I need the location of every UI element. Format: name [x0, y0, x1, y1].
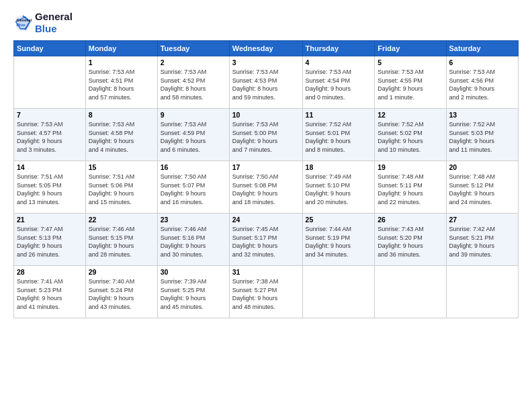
day-number: 11 [306, 111, 372, 119]
day-cell: 23Sunrise: 7:46 AM Sunset: 5:16 PM Dayli… [157, 214, 229, 266]
day-info: Sunrise: 7:53 AM Sunset: 4:59 PM Dayligh… [161, 120, 226, 154]
day-number: 5 [378, 58, 443, 66]
day-number: 2 [161, 58, 226, 66]
day-number: 20 [449, 163, 515, 171]
day-info: Sunrise: 7:50 AM Sunset: 5:08 PM Dayligh… [232, 173, 300, 206]
day-number: 16 [161, 163, 226, 171]
day-number: 12 [378, 111, 443, 119]
day-info: Sunrise: 7:41 AM Sunset: 5:23 PM Dayligh… [17, 277, 83, 311]
day-cell: 12Sunrise: 7:52 AM Sunset: 5:02 PM Dayli… [375, 109, 446, 161]
day-info: Sunrise: 7:53 AM Sunset: 5:00 PM Dayligh… [232, 120, 300, 154]
day-info: Sunrise: 7:49 AM Sunset: 5:10 PM Dayligh… [306, 173, 372, 206]
col-header-monday: Monday [85, 41, 157, 56]
day-cell: 2Sunrise: 7:53 AM Sunset: 4:52 PM Daylig… [157, 56, 229, 109]
col-header-thursday: Thursday [302, 41, 375, 56]
day-number: 31 [232, 268, 300, 276]
day-number: 23 [161, 216, 226, 224]
day-cell [375, 266, 446, 318]
day-cell: 26Sunrise: 7:43 AM Sunset: 5:20 PM Dayli… [375, 214, 446, 266]
day-cell: 24Sunrise: 7:45 AM Sunset: 5:17 PM Dayli… [229, 214, 302, 266]
day-number: 17 [232, 163, 300, 171]
day-cell: 9Sunrise: 7:53 AM Sunset: 4:59 PM Daylig… [157, 109, 229, 161]
day-info: Sunrise: 7:52 AM Sunset: 5:01 PM Dayligh… [306, 120, 372, 154]
day-number: 24 [232, 216, 300, 224]
day-info: Sunrise: 7:53 AM Sunset: 4:52 PM Dayligh… [161, 68, 226, 101]
day-info: Sunrise: 7:51 AM Sunset: 5:05 PM Dayligh… [17, 173, 83, 206]
day-cell: 27Sunrise: 7:42 AM Sunset: 5:21 PM Dayli… [446, 214, 518, 266]
day-info: Sunrise: 7:48 AM Sunset: 5:11 PM Dayligh… [378, 173, 443, 206]
day-info: Sunrise: 7:45 AM Sunset: 5:17 PM Dayligh… [232, 225, 300, 259]
day-info: Sunrise: 7:44 AM Sunset: 5:19 PM Dayligh… [306, 225, 372, 259]
day-cell: 28Sunrise: 7:41 AM Sunset: 5:23 PM Dayli… [14, 266, 86, 318]
day-number: 10 [232, 111, 300, 119]
col-header-tuesday: Tuesday [157, 41, 229, 56]
day-cell: 22Sunrise: 7:46 AM Sunset: 5:15 PM Dayli… [85, 214, 157, 266]
day-number: 1 [89, 58, 154, 66]
logo-icon: General Blue [13, 13, 32, 32]
day-cell: 19Sunrise: 7:48 AM Sunset: 5:11 PM Dayli… [375, 161, 446, 214]
week-row-3: 14Sunrise: 7:51 AM Sunset: 5:05 PM Dayli… [14, 161, 519, 214]
header: General Blue General Blue [13, 11, 519, 35]
day-info: Sunrise: 7:53 AM Sunset: 4:53 PM Dayligh… [232, 68, 300, 101]
day-cell: 8Sunrise: 7:53 AM Sunset: 4:58 PM Daylig… [85, 109, 157, 161]
day-info: Sunrise: 7:48 AM Sunset: 5:12 PM Dayligh… [449, 173, 515, 206]
svg-text:General: General [16, 17, 32, 22]
day-info: Sunrise: 7:50 AM Sunset: 5:07 PM Dayligh… [161, 173, 226, 206]
day-number: 14 [17, 163, 83, 171]
day-number: 13 [449, 111, 515, 119]
col-header-saturday: Saturday [446, 41, 518, 56]
day-info: Sunrise: 7:53 AM Sunset: 4:54 PM Dayligh… [306, 68, 372, 101]
day-cell: 7Sunrise: 7:53 AM Sunset: 4:57 PM Daylig… [14, 109, 86, 161]
day-info: Sunrise: 7:46 AM Sunset: 5:15 PM Dayligh… [89, 225, 154, 259]
day-cell: 3Sunrise: 7:53 AM Sunset: 4:53 PM Daylig… [229, 56, 302, 109]
day-cell [446, 266, 518, 318]
logo-text-general: General [35, 11, 73, 23]
day-cell: 6Sunrise: 7:53 AM Sunset: 4:56 PM Daylig… [446, 56, 518, 109]
col-header-sunday: Sunday [14, 41, 86, 56]
day-cell: 13Sunrise: 7:52 AM Sunset: 5:03 PM Dayli… [446, 109, 518, 161]
day-number: 28 [17, 268, 83, 276]
page: General Blue General Blue SundayMondayTu… [0, 0, 532, 411]
day-number: 15 [89, 163, 154, 171]
week-row-5: 28Sunrise: 7:41 AM Sunset: 5:23 PM Dayli… [14, 266, 519, 318]
day-info: Sunrise: 7:42 AM Sunset: 5:21 PM Dayligh… [449, 225, 515, 259]
day-info: Sunrise: 7:39 AM Sunset: 5:25 PM Dayligh… [161, 277, 226, 311]
logo: General Blue General Blue [13, 11, 73, 35]
day-cell: 14Sunrise: 7:51 AM Sunset: 5:05 PM Dayli… [14, 161, 86, 214]
day-number: 29 [89, 268, 154, 276]
day-info: Sunrise: 7:53 AM Sunset: 4:57 PM Dayligh… [17, 120, 83, 154]
week-row-2: 7Sunrise: 7:53 AM Sunset: 4:57 PM Daylig… [14, 109, 519, 161]
day-info: Sunrise: 7:51 AM Sunset: 5:06 PM Dayligh… [89, 173, 154, 206]
header-row: SundayMondayTuesdayWednesdayThursdayFrid… [14, 41, 519, 56]
day-info: Sunrise: 7:43 AM Sunset: 5:20 PM Dayligh… [378, 225, 443, 259]
day-info: Sunrise: 7:53 AM Sunset: 4:55 PM Dayligh… [378, 68, 443, 101]
day-info: Sunrise: 7:53 AM Sunset: 4:58 PM Dayligh… [89, 120, 154, 154]
svg-text:Blue: Blue [16, 22, 26, 27]
day-number: 27 [449, 216, 515, 224]
day-cell: 10Sunrise: 7:53 AM Sunset: 5:00 PM Dayli… [229, 109, 302, 161]
day-number: 3 [232, 58, 300, 66]
day-number: 19 [378, 163, 443, 171]
week-row-1: 1Sunrise: 7:53 AM Sunset: 4:51 PM Daylig… [14, 56, 519, 109]
day-number: 9 [161, 111, 226, 119]
day-info: Sunrise: 7:38 AM Sunset: 5:27 PM Dayligh… [232, 277, 300, 311]
day-cell: 20Sunrise: 7:48 AM Sunset: 5:12 PM Dayli… [446, 161, 518, 214]
day-number: 30 [161, 268, 226, 276]
day-cell: 17Sunrise: 7:50 AM Sunset: 5:08 PM Dayli… [229, 161, 302, 214]
day-number: 22 [89, 216, 154, 224]
day-number: 25 [306, 216, 372, 224]
day-number: 6 [449, 58, 515, 66]
logo-text-blue: Blue [35, 23, 73, 35]
day-cell: 31Sunrise: 7:38 AM Sunset: 5:27 PM Dayli… [229, 266, 302, 318]
day-cell: 16Sunrise: 7:50 AM Sunset: 5:07 PM Dayli… [157, 161, 229, 214]
day-cell: 30Sunrise: 7:39 AM Sunset: 5:25 PM Dayli… [157, 266, 229, 318]
day-cell: 18Sunrise: 7:49 AM Sunset: 5:10 PM Dayli… [302, 161, 375, 214]
col-header-friday: Friday [375, 41, 446, 56]
day-number: 7 [17, 111, 83, 119]
day-cell: 1Sunrise: 7:53 AM Sunset: 4:51 PM Daylig… [85, 56, 157, 109]
day-number: 8 [89, 111, 154, 119]
day-info: Sunrise: 7:53 AM Sunset: 4:56 PM Dayligh… [449, 68, 515, 101]
day-cell: 21Sunrise: 7:47 AM Sunset: 5:13 PM Dayli… [14, 214, 86, 266]
day-cell: 5Sunrise: 7:53 AM Sunset: 4:55 PM Daylig… [375, 56, 446, 109]
col-header-wednesday: Wednesday [229, 41, 302, 56]
